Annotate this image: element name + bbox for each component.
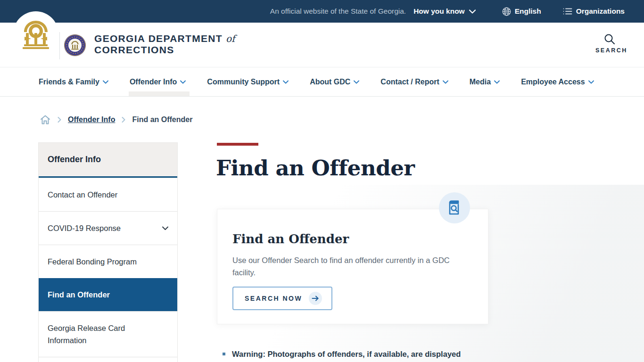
nav-label: Friends & Family <box>39 78 99 86</box>
main-navigation: Friends & Family Offender Info Community… <box>0 67 644 97</box>
search-label: SEARCH <box>595 47 624 54</box>
sidebar-item-label: Contact an Offender <box>48 189 117 201</box>
page: An official website of the State of Geor… <box>0 0 644 362</box>
organizations-label: Organizations <box>576 7 625 16</box>
search-icon <box>595 33 624 45</box>
nav-item-media[interactable]: Media <box>470 67 500 96</box>
site-header: GEORGIA DEPARTMENT of CORRECTIONS SEARCH <box>0 23 644 67</box>
nav-label: Offender Info <box>130 78 177 86</box>
chevron-down-icon <box>103 80 108 84</box>
nav-item-community-support[interactable]: Community Support <box>207 67 289 96</box>
sidebar-item-find-an-offender[interactable]: Find an Offender <box>39 278 177 311</box>
header-divider <box>59 32 60 59</box>
sidebar-item-label: Federal Bonding Program <box>48 255 137 268</box>
sidebar-item-contact-an-offender[interactable]: Contact an Offender <box>39 178 177 211</box>
warning-list-item: Warning: Photographs of offenders, if av… <box>223 349 461 359</box>
nav-label: Contact / Report <box>380 78 439 86</box>
sidebar-header: Offender Info <box>39 143 177 178</box>
agency-line2: CORRECTIONS <box>94 44 235 56</box>
nav-label: Media <box>470 78 491 86</box>
chevron-down-icon <box>494 80 500 84</box>
nav-item-about-gdc[interactable]: About GDC <box>310 67 359 96</box>
nav-label: Employee Access <box>521 78 585 86</box>
nav-item-employee-access[interactable]: Employee Access <box>521 67 594 96</box>
breadcrumb-offender-info[interactable]: Offender Info <box>68 115 115 124</box>
sidebar-item-federal-bonding-program[interactable]: Federal Bonding Program <box>39 245 177 278</box>
heading-accent-bar <box>217 143 258 146</box>
globe-icon <box>502 7 511 16</box>
agency-of: of <box>226 33 235 44</box>
chevron-down-icon <box>588 80 594 84</box>
georgia-arch-logo-icon[interactable] <box>22 20 50 50</box>
search-now-label: SEARCH NOW <box>245 295 302 302</box>
sidebar-item-incarcerated-veterans[interactable]: Incarcerated Veterans <box>39 357 177 362</box>
search-now-button[interactable]: SEARCH NOW <box>232 287 332 310</box>
sidebar-item-georgia-release-card[interactable]: Georgia Release Card Information <box>39 311 177 357</box>
sidebar-item-label: Georgia Release Card Information <box>48 322 156 346</box>
sidebar-item-covid-19-response[interactable]: COVID-19 Response <box>39 211 177 245</box>
official-text: An official website of the State of Geor… <box>270 7 406 16</box>
how-you-know-label: How you know <box>413 7 465 16</box>
sidebar-item-label: Find an Offender <box>48 288 110 301</box>
page-title: Find an Offender <box>216 156 415 181</box>
chevron-down-icon <box>443 80 448 84</box>
state-logo-backdrop <box>13 11 58 57</box>
header-search-button[interactable]: SEARCH <box>595 33 624 54</box>
chevron-down-icon[interactable] <box>162 226 168 230</box>
chevron-down-icon <box>354 80 359 84</box>
breadcrumb: Offender Info Find an Offender <box>40 114 192 125</box>
organizations-link[interactable]: Organizations <box>563 7 625 16</box>
chevron-down-icon <box>283 80 289 84</box>
nav-label: Community Support <box>207 78 280 86</box>
offender-search-icon <box>439 192 470 223</box>
nav-label: About GDC <box>310 78 350 86</box>
agency-line1: GEORGIA DEPARTMENT <box>94 33 223 44</box>
chevron-right-icon <box>58 117 61 123</box>
home-icon[interactable] <box>40 114 51 125</box>
chevron-down-icon <box>180 80 186 84</box>
card-description: Use our Offender Search to find an offen… <box>232 254 463 279</box>
list-icon <box>563 8 572 15</box>
nav-item-friends-family[interactable]: Friends & Family <box>39 67 108 96</box>
arrow-right-icon <box>309 292 322 305</box>
bullet-icon <box>223 353 225 355</box>
sidebar-item-label: COVID-19 Response <box>48 222 121 234</box>
find-offender-card: Find an Offender Use our Offender Search… <box>217 209 488 324</box>
breadcrumb-current: Find an Offender <box>132 115 192 124</box>
agency-title[interactable]: GEORGIA DEPARTMENT of CORRECTIONS <box>94 33 235 56</box>
language-selector[interactable]: English <box>502 7 541 16</box>
chevron-right-icon <box>122 117 125 123</box>
nav-item-offender-info[interactable]: Offender Info <box>130 67 186 96</box>
language-label: English <box>515 7 541 16</box>
nav-item-contact-report[interactable]: Contact / Report <box>380 67 448 96</box>
how-you-know-toggle[interactable]: How you know <box>413 7 476 16</box>
official-banner: An official website of the State of Geor… <box>0 0 644 23</box>
gdc-seal-icon <box>64 34 86 57</box>
warning-text: Warning: Photographs of offenders, if av… <box>232 349 461 359</box>
card-title: Find an Offender <box>232 232 349 246</box>
section-sidebar: Offender Info Contact an Offender COVID-… <box>39 143 177 362</box>
chevron-down-icon <box>469 9 476 14</box>
